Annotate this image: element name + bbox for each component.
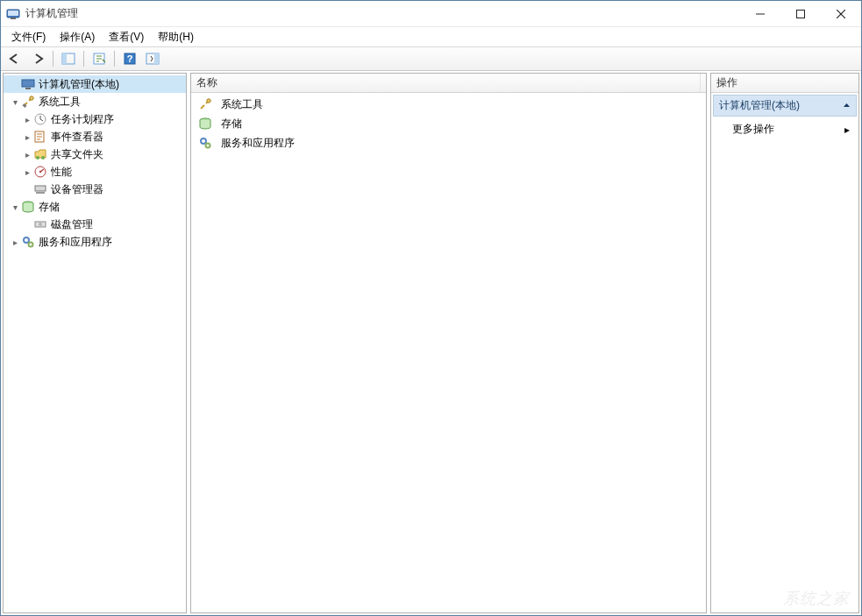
shared-folder-icon <box>33 147 47 161</box>
list-pane: 名称 系统工具 存储 服务和应用程序 <box>190 73 707 613</box>
list-item-storage[interactable]: 存储 <box>195 114 702 133</box>
svg-rect-2 <box>11 18 16 19</box>
toolbar-separator <box>114 51 115 67</box>
svg-point-28 <box>39 223 42 226</box>
services-icon <box>21 235 35 249</box>
svg-point-31 <box>207 99 210 103</box>
tree-label: 存储 <box>39 200 60 215</box>
tree-node-performance[interactable]: ▸ 性能 <box>4 163 186 181</box>
expander-open-icon[interactable]: ▾ <box>9 201 21 213</box>
submenu-arrow-icon: ▸ <box>844 124 850 136</box>
svg-point-20 <box>36 156 39 159</box>
tree-node-event-viewer[interactable]: ▸ 事件查看器 <box>4 128 186 145</box>
action-more-actions[interactable]: 更多操作 ▸ <box>711 118 858 140</box>
expander-closed-icon[interactable]: ▸ <box>21 148 33 160</box>
services-icon <box>198 136 212 150</box>
menu-action[interactable]: 操作(A) <box>53 28 102 46</box>
svg-point-29 <box>24 237 29 243</box>
tree-node-disk-management[interactable]: ▸ 磁盘管理 <box>4 216 186 233</box>
svg-rect-25 <box>36 192 45 194</box>
show-hide-tree-button[interactable] <box>58 49 79 68</box>
actions-section-title: 计算机管理(本地) <box>719 98 800 113</box>
svg-rect-13 <box>154 53 159 64</box>
svg-rect-24 <box>35 186 46 191</box>
menu-file[interactable]: 文件(F) <box>4 28 53 46</box>
list-item-label: 服务和应用程序 <box>221 136 295 151</box>
actions-header: 操作 <box>711 74 858 93</box>
performance-icon <box>33 165 47 179</box>
content-area: ▸ 计算机管理(本地) ▾ 系统工具 ▸ 任务计划 <box>1 71 861 615</box>
clock-icon <box>33 112 47 126</box>
properties-button[interactable] <box>89 49 110 68</box>
svg-rect-15 <box>25 88 31 89</box>
svg-rect-1 <box>8 11 18 16</box>
tree-label: 事件查看器 <box>51 130 103 145</box>
tree-label: 设备管理器 <box>51 182 103 197</box>
list-body: 系统工具 存储 服务和应用程序 <box>191 93 706 154</box>
nav-forward-button[interactable] <box>27 49 48 68</box>
tree-body: ▸ 计算机管理(本地) ▾ 系统工具 ▸ 任务计划 <box>4 74 186 252</box>
list-header[interactable]: 名称 <box>191 74 706 93</box>
device-icon <box>33 182 47 196</box>
title-bar: 计算机管理 <box>1 1 861 27</box>
disk-icon <box>33 217 47 231</box>
tree-node-device-manager[interactable]: ▸ 设备管理器 <box>4 181 186 198</box>
toolbar: ? <box>1 46 861 71</box>
tree-node-task-scheduler[interactable]: ▸ 任务计划程序 <box>4 110 186 128</box>
show-hide-actions-button[interactable] <box>142 49 163 68</box>
tools-icon <box>21 95 35 109</box>
svg-point-33 <box>201 138 206 144</box>
svg-point-34 <box>206 144 210 148</box>
menu-view[interactable]: 查看(V) <box>102 28 151 46</box>
actions-body: 计算机管理(本地) 更多操作 ▸ <box>711 93 858 140</box>
list-item-label: 存储 <box>221 117 242 131</box>
svg-rect-14 <box>22 80 34 87</box>
svg-point-21 <box>41 156 45 159</box>
tree-node-storage[interactable]: ▾ 存储 <box>4 198 186 216</box>
help-button[interactable]: ? <box>119 49 140 68</box>
expander-closed-icon[interactable]: ▸ <box>21 166 33 178</box>
tree-label: 共享文件夹 <box>51 147 103 162</box>
svg-point-23 <box>39 171 41 173</box>
expander-closed-icon[interactable]: ▸ <box>9 236 21 248</box>
tree-label: 系统工具 <box>39 95 81 110</box>
list-item-system-tools[interactable]: 系统工具 <box>195 95 702 114</box>
svg-point-16 <box>30 96 33 100</box>
menu-bar: 文件(F) 操作(A) 查看(V) 帮助(H) <box>1 27 861 46</box>
svg-rect-4 <box>797 10 805 18</box>
maximize-button[interactable] <box>780 1 821 26</box>
toolbar-separator <box>53 51 53 67</box>
tree-node-system-tools[interactable]: ▾ 系统工具 <box>4 93 186 110</box>
tree-label: 任务计划程序 <box>51 112 114 127</box>
tree-label: 磁盘管理 <box>51 217 93 232</box>
minimize-button[interactable] <box>740 1 780 26</box>
tree-label: 服务和应用程序 <box>39 235 112 250</box>
window-title: 计算机管理 <box>25 6 740 21</box>
list-item-services-apps[interactable]: 服务和应用程序 <box>195 133 702 152</box>
collapse-icon[interactable] <box>843 102 851 110</box>
app-icon <box>6 7 20 21</box>
tools-icon <box>198 97 212 111</box>
svg-rect-8 <box>62 53 67 64</box>
event-log-icon <box>33 130 47 144</box>
storage-icon <box>21 200 35 214</box>
actions-section-header[interactable]: 计算机管理(本地) <box>713 95 857 117</box>
menu-help[interactable]: 帮助(H) <box>151 28 201 46</box>
expander-closed-icon[interactable]: ▸ <box>21 131 33 143</box>
close-button[interactable] <box>821 1 861 26</box>
list-item-label: 系统工具 <box>221 97 263 112</box>
expander-closed-icon[interactable]: ▸ <box>21 113 33 125</box>
column-header-name[interactable]: 名称 <box>196 74 701 92</box>
nav-back-button[interactable] <box>4 49 25 68</box>
actions-pane: 操作 计算机管理(本地) 更多操作 ▸ <box>710 73 859 613</box>
expander-open-icon[interactable]: ▾ <box>9 96 21 108</box>
svg-point-30 <box>29 243 33 247</box>
tree-node-root[interactable]: ▸ 计算机管理(本地) <box>4 75 186 93</box>
storage-icon <box>198 117 212 131</box>
tree-node-services-apps[interactable]: ▸ 服务和应用程序 <box>4 233 186 251</box>
tree-label: 性能 <box>51 165 72 180</box>
computer-icon <box>21 77 35 91</box>
tree-node-shared-folders[interactable]: ▸ 共享文件夹 <box>4 145 186 163</box>
svg-text:?: ? <box>127 53 133 64</box>
toolbar-separator <box>83 51 84 67</box>
